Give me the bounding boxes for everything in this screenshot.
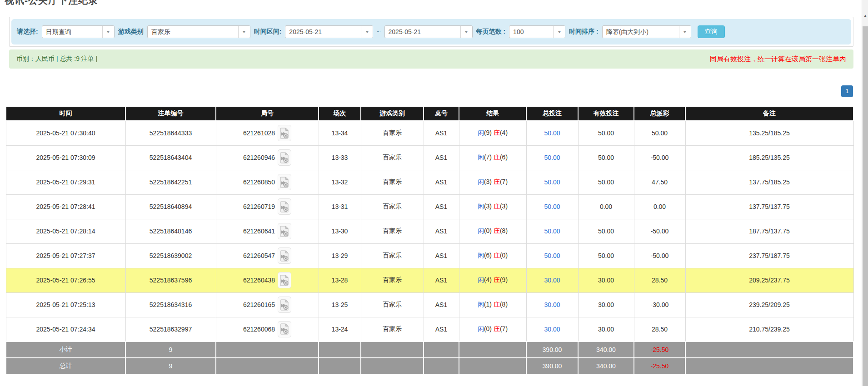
bet-id: 522518634316 bbox=[125, 292, 216, 317]
session-number: 13-28 bbox=[319, 268, 361, 292]
same-round-note-text: 同局有效投注，统一计算在该局第一张注单内 bbox=[710, 55, 846, 64]
video-replay-button[interactable] bbox=[278, 149, 291, 166]
date-from-dropdown-button[interactable]: ▼ bbox=[361, 26, 373, 38]
bet-time: 2025-05-21 07:30:09 bbox=[6, 145, 125, 170]
bet-records-table: 时间注单编号局号场次游戏类别桌号结果总投注有效投注总派彩备注 2025-05-2… bbox=[5, 106, 854, 375]
query-type-dropdown-button[interactable]: ▼ bbox=[102, 26, 114, 38]
subtotal-row-total-bet-link: 390.00 bbox=[526, 341, 578, 358]
table-body: 2025-05-21 07:30:40522518644333621261028… bbox=[6, 121, 853, 374]
bet-time: 2025-05-21 07:28:41 bbox=[6, 194, 125, 219]
round-id: 621260068 bbox=[243, 326, 275, 333]
query-type-value: 日期查询 bbox=[42, 26, 102, 38]
subtotal-row-payout: -25.50 bbox=[634, 341, 685, 358]
video-replay-button[interactable] bbox=[278, 297, 291, 313]
round-cell: 621260850 bbox=[216, 170, 319, 194]
video-replay-button[interactable] bbox=[278, 247, 291, 264]
payout: -50.00 bbox=[634, 219, 685, 243]
bet-id: 522518632997 bbox=[125, 317, 216, 341]
bet-record-row: 2025-05-21 07:28:41522518640894621260719… bbox=[6, 194, 853, 219]
grand-total-row-total-bet-link: 390.00 bbox=[526, 358, 578, 374]
table-number: AS1 bbox=[424, 243, 459, 268]
total-bet-link[interactable]: 50.00 bbox=[544, 228, 560, 235]
session-number: 13-25 bbox=[319, 292, 361, 317]
result-cell: 闲(6) 庄(0) bbox=[459, 243, 526, 268]
date-from-picker[interactable]: 2025-05-21 ▼ bbox=[285, 25, 373, 38]
player-result-label: 闲 bbox=[478, 227, 484, 234]
session-number: 13-29 bbox=[319, 243, 361, 268]
column-header-remark: 备注 bbox=[685, 106, 853, 121]
player-result-score: (0) bbox=[484, 325, 492, 332]
total-bet-link[interactable]: 50.00 bbox=[544, 178, 560, 186]
valid-bet: 30.00 bbox=[578, 268, 634, 292]
banker-result-label: 庄 bbox=[494, 203, 500, 210]
video-replay-button[interactable] bbox=[278, 272, 291, 288]
query-type-dropdown[interactable]: 日期查询 ▼ bbox=[42, 25, 115, 38]
subtotal-row-table-number bbox=[424, 341, 459, 358]
page-size-dropdown[interactable]: 100 ▼ bbox=[509, 25, 565, 38]
scrollbar-up-arrow-icon[interactable]: ▲ bbox=[862, 12, 868, 19]
sort-order-dropdown[interactable]: 降幂(由大到小) ▼ bbox=[602, 25, 691, 38]
video-replay-button[interactable] bbox=[278, 223, 291, 239]
chevron-down-icon: ▼ bbox=[683, 30, 687, 34]
payout: 28.50 bbox=[634, 268, 685, 292]
video-replay-button[interactable] bbox=[278, 321, 291, 337]
bet-id: 522518644333 bbox=[125, 121, 216, 145]
banker-result-label: 庄 bbox=[494, 325, 500, 332]
bet-time: 2025-05-21 07:30:40 bbox=[6, 121, 125, 145]
game-type-dropdown[interactable]: 百家乐 ▼ bbox=[147, 25, 250, 38]
bet-time: 2025-05-21 07:24:34 bbox=[6, 317, 125, 341]
video-replay-button[interactable] bbox=[278, 174, 291, 190]
total-bet-link[interactable]: 30.00 bbox=[544, 301, 560, 308]
grand-total-row-bet-id: 9 bbox=[125, 358, 216, 374]
scrollbar-thumb[interactable] bbox=[863, 26, 868, 386]
page-size-value: 100 bbox=[509, 26, 553, 38]
grand-total-row: 总计9390.00340.00-25.50 bbox=[6, 358, 853, 374]
round-cell: 621261028 bbox=[216, 121, 319, 145]
subtotal-row-bet-time: 小计 bbox=[6, 341, 125, 358]
chevron-down-icon: ▼ bbox=[242, 30, 246, 34]
game-type: 百家乐 bbox=[361, 243, 424, 268]
sort-order-dropdown-button[interactable]: ▼ bbox=[679, 26, 691, 38]
page-1-button[interactable]: 1 bbox=[841, 85, 853, 97]
banker-result-score: (8) bbox=[500, 301, 508, 308]
banker-result-label: 庄 bbox=[494, 178, 500, 185]
vertical-scrollbar[interactable]: ▲ bbox=[862, 0, 868, 386]
chevron-down-icon: ▼ bbox=[365, 30, 369, 34]
video-replay-button[interactable] bbox=[278, 198, 291, 215]
total-bet-link[interactable]: 50.00 bbox=[544, 129, 560, 137]
player-result-score: (3) bbox=[484, 203, 492, 210]
round-id: 621260641 bbox=[243, 228, 275, 235]
bet-record-row: 2025-05-21 07:28:14522518640146621260641… bbox=[6, 219, 853, 243]
player-result-score: (3) bbox=[484, 178, 492, 185]
total-bet-link: 50.00 bbox=[526, 121, 578, 145]
bet-record-row: 2025-05-21 07:30:40522518644333621261028… bbox=[6, 121, 853, 145]
total-bet-link[interactable]: 30.00 bbox=[544, 277, 560, 284]
game-type-dropdown-button[interactable]: ▼ bbox=[238, 26, 250, 38]
round-cell: 621260165 bbox=[216, 292, 319, 317]
grand-total-row-valid-bet: 340.00 bbox=[578, 358, 634, 374]
column-header-valid-bet: 有效投注 bbox=[578, 106, 634, 121]
total-bet-link[interactable]: 50.00 bbox=[544, 154, 560, 161]
page-title-clipped: 视讯-公关厅下注纪录 bbox=[5, 0, 868, 6]
date-to-dropdown-button[interactable]: ▼ bbox=[460, 26, 472, 38]
page-size-dropdown-button[interactable]: ▼ bbox=[553, 26, 565, 38]
bet-id: 522518640146 bbox=[125, 219, 216, 243]
payout: 0.00 bbox=[634, 194, 685, 219]
round-id: 621260547 bbox=[243, 252, 275, 259]
search-button[interactable]: 查询 bbox=[698, 25, 725, 38]
banker-result-score: (4) bbox=[500, 129, 508, 136]
total-bet-link: 50.00 bbox=[526, 219, 578, 243]
round-cell: 621260547 bbox=[216, 243, 319, 268]
total-bet-link[interactable]: 50.00 bbox=[544, 252, 560, 259]
bet-record-row: 2025-05-21 07:24:34522518632997621260068… bbox=[6, 317, 853, 341]
round-wrap: 621260946 bbox=[243, 149, 291, 166]
select-type-label: 请选择: bbox=[17, 28, 38, 36]
date-to-picker[interactable]: 2025-05-21 ▼ bbox=[384, 25, 473, 38]
total-bet-link[interactable]: 50.00 bbox=[544, 203, 560, 210]
bet-time: 2025-05-21 07:26:55 bbox=[6, 268, 125, 292]
video-replay-button[interactable] bbox=[278, 125, 291, 141]
game-type: 百家乐 bbox=[361, 170, 424, 194]
payout: 47.50 bbox=[634, 170, 685, 194]
total-bet-link[interactable]: 30.00 bbox=[544, 326, 560, 333]
banker-result-label: 庄 bbox=[494, 153, 500, 161]
